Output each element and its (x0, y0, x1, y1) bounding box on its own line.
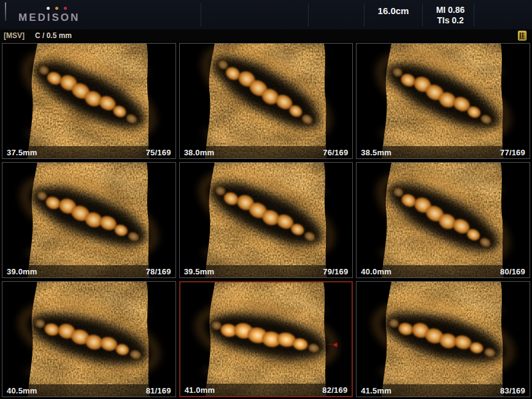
ultrasound-slice[interactable]: 40.5mm 81/169 (2, 281, 176, 397)
ultrasound-render (180, 163, 353, 277)
ultrasound-render (180, 282, 352, 396)
depth-readout: 16.0cm (368, 6, 418, 16)
brand-logo: MEDISON (18, 4, 92, 28)
slice-label-bar: 41.5mm 83/169 (357, 384, 530, 397)
slice-depth-label: 41.5mm (361, 386, 391, 395)
ultrasound-render (357, 163, 530, 277)
brand-name: MEDISON (18, 12, 80, 24)
ultrasound-render (357, 44, 530, 158)
ultrasound-slice[interactable]: 38.0mm 76/169 (179, 43, 353, 159)
header-divider (474, 3, 474, 26)
slice-depth-label: 40.5mm (7, 386, 37, 395)
slice-label-bar: 38.5mm 77/169 (357, 146, 530, 158)
slice-depth-label: 39.5mm (184, 267, 215, 276)
ultrasound-slice[interactable]: 39.0mm 78/169 (2, 162, 176, 278)
slice-label-bar: 40.5mm 81/169 (2, 384, 175, 397)
ultrasound-render (2, 282, 175, 397)
ultrasound-image (357, 44, 530, 158)
slice-frame-label: 75/169 (146, 148, 171, 157)
ultrasound-slice[interactable]: 40.0mm 80/169 (356, 162, 530, 278)
slice-frame-label: 83/169 (500, 386, 525, 395)
tis-value: TIs 0.2 (428, 15, 472, 26)
slice-depth-label: 38.5mm (361, 148, 391, 157)
ultrasound-slice[interactable]: 39.5mm 79/169 (179, 162, 353, 278)
slice-depth-label: 37.5mm (7, 148, 37, 157)
slice-grid: 37.5mm 75/169 38.0m (0, 42, 532, 399)
ultrasound-slice[interactable]: 38.5mm 77/169 (356, 43, 530, 159)
slice-depth-label: 39.0mm (7, 267, 37, 276)
logo-dots (47, 7, 67, 10)
slice-label-bar: 39.0mm 78/169 (2, 265, 175, 277)
slice-label-bar: 40.0mm 80/169 (357, 265, 530, 277)
logo-dot-red-icon (64, 7, 67, 10)
slice-spacing-label: C / 0.5 mm (35, 31, 72, 40)
ultrasound-image (180, 44, 353, 158)
acoustic-output-readout: MI 0.86 TIs 0.2 (428, 5, 472, 26)
logo-dot-amber-icon (55, 7, 58, 10)
slice-frame-label: 77/169 (500, 148, 525, 157)
slice-depth-label: 41.0mm (185, 385, 215, 395)
slice-frame-label: 78/169 (146, 267, 171, 276)
ultrasound-render (180, 44, 353, 158)
ultrasound-image (2, 282, 175, 397)
header-divider (422, 3, 423, 26)
slice-frame-label: 80/169 (500, 267, 525, 276)
header-divider (201, 3, 201, 26)
slice-frame-label: 82/169 (322, 385, 347, 395)
slice-frame-label: 79/169 (323, 267, 348, 276)
ultrasound-screen: MEDISON 16.0cm MI 0.86 TIs 0.2 [MSV] C /… (0, 0, 532, 399)
slice-frame-label: 81/169 (146, 386, 171, 395)
slice-frame-label: 76/169 (323, 148, 348, 157)
slice-depth-label: 38.0mm (184, 148, 215, 157)
header-divider (308, 3, 309, 26)
ultrasound-image (180, 163, 353, 277)
ultrasound-image (357, 163, 530, 277)
logo-dot-white-icon (47, 7, 50, 10)
ultrasound-render (2, 44, 175, 158)
slice-label-bar: 37.5mm 75/169 (2, 146, 175, 158)
ultrasound-slice[interactable]: 41.0mm 82/169 ◄ (179, 281, 353, 397)
slice-label-bar: 39.5mm 79/169 (180, 265, 353, 277)
ultrasound-render (2, 163, 175, 277)
mi-value: MI 0.86 (428, 5, 472, 15)
ultrasound-render (357, 282, 530, 397)
left-edge-tick (5, 2, 6, 21)
slice-label-bar: 41.0mm 82/169 (180, 384, 352, 396)
mode-status-bar: [MSV] C / 0.5 mm (0, 29, 532, 42)
slice-label-bar: 38.0mm 76/169 (180, 146, 353, 158)
msv-mode-label: [MSV] (4, 31, 25, 40)
header-divider (364, 3, 364, 26)
slice-depth-label: 40.0mm (361, 267, 391, 276)
ultrasound-image (2, 44, 175, 158)
ultrasound-image (2, 163, 175, 277)
ultrasound-image (357, 282, 530, 397)
ultrasound-image (180, 282, 352, 396)
header-bar: MEDISON 16.0cm MI 0.86 TIs 0.2 (0, 0, 532, 29)
ultrasound-slice[interactable]: 41.5mm 83/169 (356, 281, 530, 397)
multislice-grid-icon[interactable] (518, 31, 526, 41)
ultrasound-slice[interactable]: 37.5mm 75/169 (2, 43, 176, 159)
